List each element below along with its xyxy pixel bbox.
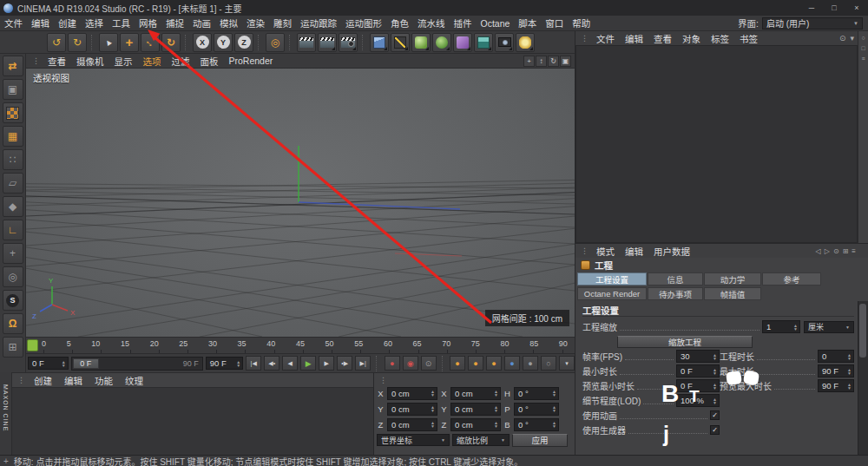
material-list[interactable] (12, 388, 373, 455)
enable-axis-button[interactable]: + (3, 243, 23, 264)
menu-create[interactable]: 创建 (54, 16, 81, 31)
model-mode-button[interactable]: ▣ (3, 79, 23, 100)
apply-button[interactable]: 应用 (512, 434, 568, 447)
timeline-ruler[interactable]: 0 5 10 15 20 25 30 35 40 45 50 55 60 65 … (26, 337, 575, 353)
menu-simulate[interactable]: 模拟 (215, 16, 242, 31)
project-scale-field[interactable]: 1 ▲▼ (762, 320, 800, 333)
live-selection-button[interactable]: ▲ (99, 33, 118, 52)
filter-caret-icon[interactable]: ▾ (850, 34, 854, 43)
viewport-menu-cameras[interactable]: 摄像机 (71, 55, 109, 68)
edges-mode-button[interactable]: ▱ (3, 173, 23, 194)
material-menu-texture[interactable]: 纹理 (119, 374, 149, 387)
slider-handle[interactable]: 0 F (73, 358, 99, 369)
x-axis-lock-button[interactable]: X (193, 33, 212, 52)
menu-snap[interactable]: 捕捉 (161, 16, 188, 31)
panel-grip-icon[interactable]: ⋮ (30, 56, 43, 65)
camera-button[interactable] (495, 33, 514, 52)
menu-sculpt[interactable]: 雕刻 (269, 16, 296, 31)
texture-mode-button[interactable] (3, 102, 23, 123)
viewport-menu-display[interactable]: 显示 (109, 55, 138, 68)
history-forward-icon[interactable]: ▷ (825, 247, 830, 255)
deformer-button[interactable] (453, 33, 472, 52)
viewport-menu-options[interactable]: 选项 (138, 55, 167, 68)
rot-p-field[interactable]: 0 °▲▼ (514, 403, 559, 416)
grid-icon[interactable]: ⊞ (843, 247, 849, 255)
om-menu-view[interactable]: 查看 (648, 32, 677, 45)
om-menu-objects[interactable]: 对象 (677, 32, 706, 45)
scale-project-button[interactable]: 缩放工程 (617, 336, 753, 348)
prev-frame-button[interactable]: ◀ (282, 356, 298, 371)
rotate-tool-button[interactable]: ↻ (161, 33, 181, 52)
stepper-icon[interactable]: ▲▼ (62, 360, 66, 367)
render-picture-viewer-button[interactable] (318, 33, 337, 52)
menu-icon[interactable]: ≡ (852, 247, 856, 255)
redo-button[interactable]: ↻ (68, 33, 87, 52)
menu-window[interactable]: 窗口 (541, 16, 568, 31)
toggle-layout-icon[interactable]: ▣ (560, 56, 571, 67)
tab-todo[interactable]: 待办事项 (648, 287, 703, 300)
minimize-button[interactable]: ─ (800, 0, 823, 16)
preview-max-field[interactable]: 90 F▲▼ (818, 379, 854, 392)
start-frame-field[interactable]: 0 F ▲▼ (28, 357, 69, 370)
stepper-icon[interactable]: ▲▼ (847, 353, 852, 360)
light-button[interactable] (516, 33, 535, 52)
goto-end-button[interactable]: ▶| (355, 356, 371, 371)
am-menu-mode[interactable]: 模式 (591, 245, 620, 258)
menu-help[interactable]: 帮助 (568, 16, 595, 31)
play-button[interactable]: ▶ (300, 356, 316, 371)
menu-octane[interactable]: Octane (477, 16, 515, 31)
stepper-icon[interactable]: ▲▼ (713, 353, 717, 360)
stepper-icon[interactable]: ▲▼ (552, 421, 556, 428)
size-x-field[interactable]: 0 cm▲▼ (450, 387, 501, 400)
environment-button[interactable] (474, 33, 493, 52)
viewport-canvas[interactable]: Y X Z 透视视图 网格间距 : 100 cm (26, 69, 575, 337)
record-parameter-toggle[interactable]: ● (504, 356, 520, 371)
record-position-toggle[interactable]: ● (450, 356, 465, 371)
size-mode-dropdown[interactable]: 缩放比例 ▼ (452, 434, 510, 446)
stepper-icon[interactable]: ▲▼ (713, 383, 717, 390)
timeline-slider[interactable]: 0 F 90 F (71, 357, 203, 371)
search-icon[interactable]: ⊙ (839, 34, 846, 43)
coordinate-system-button[interactable]: ◎ (266, 33, 285, 52)
stepper-icon[interactable]: ▲▼ (494, 405, 498, 412)
pin-icon[interactable]: ⊙ (833, 247, 839, 255)
y-axis-lock-button[interactable]: Y (214, 33, 233, 52)
menu-character[interactable]: 角色 (386, 16, 413, 31)
autokey-button[interactable]: ◉ (403, 356, 418, 371)
stepper-icon[interactable]: ▲▼ (847, 383, 852, 390)
rot-b-field[interactable]: 0 °▲▼ (514, 418, 559, 431)
workplane-lock-button[interactable]: ⊞ (3, 337, 23, 358)
maximize-button[interactable]: □ (823, 0, 845, 16)
add-cube-button[interactable] (370, 33, 389, 52)
record-pla-toggle[interactable]: ● (523, 356, 538, 371)
am-menu-userdata[interactable]: 用户数据 (648, 245, 695, 258)
menu-plugins[interactable]: 插件 (450, 16, 477, 31)
lod-field[interactable]: 100 %▲▼ (676, 394, 720, 407)
stepper-icon[interactable]: ▲▼ (713, 397, 717, 404)
visibility-dot-icon[interactable]: ○ (861, 35, 865, 41)
material-menu-edit[interactable]: 编辑 (58, 374, 89, 387)
material-menu-create[interactable]: 创建 (28, 374, 58, 387)
viewport-menu-filter[interactable]: 过滤 (167, 55, 195, 68)
menu-motion-tracker[interactable]: 运动跟踪 (296, 16, 341, 31)
coordinate-space-dropdown[interactable]: 世界坐标 ▼ (377, 434, 450, 446)
history-back-icon[interactable]: ◁ (816, 247, 821, 255)
next-key-button[interactable]: •▶ (337, 356, 352, 371)
stepper-icon[interactable]: ▲▼ (431, 390, 435, 397)
rotate-view-icon[interactable]: ↻ (548, 56, 559, 67)
array-generator-button[interactable] (432, 33, 451, 52)
spline-pen-button[interactable] (391, 33, 410, 52)
stepper-icon[interactable]: ▲▼ (713, 368, 717, 375)
object-list[interactable] (575, 45, 858, 243)
menu-script[interactable]: 脚本 (514, 16, 541, 31)
tab-dynamics[interactable]: 动力学 (704, 272, 761, 286)
undo-button[interactable]: ↺ (47, 33, 66, 52)
tab-reference[interactable]: 参考 (762, 272, 821, 286)
playback-options-button[interactable]: ▾ (559, 356, 575, 371)
viewport-menu-panel[interactable]: 面板 (195, 55, 224, 68)
stepper-icon[interactable]: ▲▼ (847, 368, 852, 375)
workplane-mode-button[interactable]: ▦ (3, 126, 23, 147)
tab-keyframe-interp[interactable]: 帧插值 (704, 287, 761, 300)
use-animation-checkbox[interactable]: ✓ (710, 410, 720, 420)
pan-view-icon[interactable]: + (523, 56, 535, 67)
